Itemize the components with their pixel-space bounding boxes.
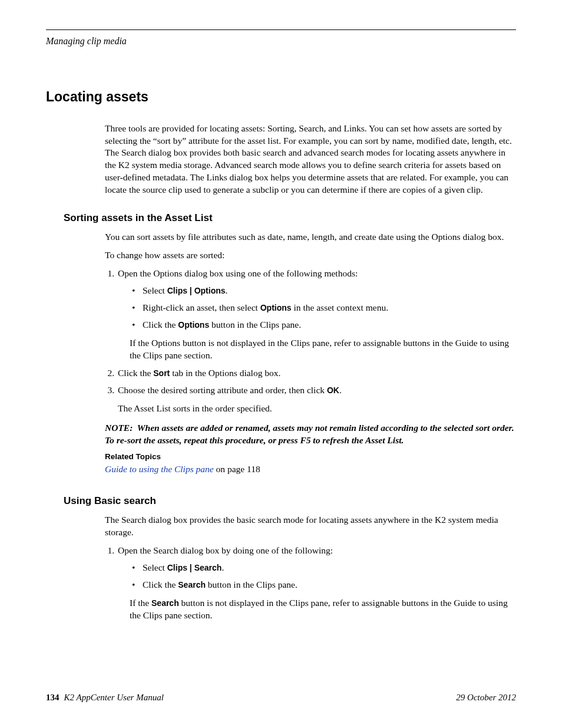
page-footer: 134K2 AppCenter User Manual 29 October 2… [46,691,516,703]
text: Right-click an asset, then select [143,302,260,312]
ui-label: Sort [153,368,170,378]
running-header: Managing clip media [46,35,516,48]
menu-path: Clips | Options [167,286,226,295]
section-intro-block: Three tools are provided for locating as… [105,123,515,197]
basic-search-step-1-b2: Click the Search button in the Clips pan… [132,579,515,591]
sorting-step-2: Click the Sort tab in the Options dialog… [117,367,515,380]
text: Click the [118,368,153,378]
ui-label: OK [327,386,339,395]
text: button is not displayed in the Clips pan… [130,598,508,620]
related-suffix: on page 118 [214,464,260,474]
basic-search-step-1-bullets: Select Clips | Search. Click the Search … [118,562,515,591]
basic-search-steps: Open the Search dialog box by doing one … [105,545,515,622]
related-topics-heading: Related Topics [105,452,515,462]
sorting-step-1-b2: Right-click an asset, then select Option… [132,302,515,314]
related-topics-line: Guide to using the Clips pane on page 11… [105,463,515,476]
text: Click the [143,579,178,589]
text: . [339,385,342,395]
sorting-p1: You can sort assets by file attributes s… [105,231,515,243]
text: button in the Clips pane. [209,319,301,330]
sorting-body: You can sort assets by file attributes s… [105,231,515,476]
section-title: Locating assets [46,88,516,106]
sorting-step-1-b3: Click the Options button in the Clips pa… [132,319,515,331]
footer-date: 29 October 2012 [456,691,516,703]
sorting-step-1-b1: Select Clips | Options. [132,285,515,297]
text: Choose the desired sorting attribute and… [118,385,327,395]
text: Click the [143,319,178,330]
header-rule [46,29,516,30]
sorting-heading: Sorting assets in the Asset List [64,212,516,225]
footer-title: K2 AppCenter User Manual [64,693,164,702]
ui-label: Options [178,320,209,330]
ui-label: Options [260,303,292,312]
ui-label: Search [151,598,179,608]
page-number: 134 [46,693,59,702]
basic-search-step-1: Open the Search dialog box by doing one … [117,545,515,622]
text: tab in the Options dialog box. [170,368,280,378]
page: Managing clip media Locating assets Thre… [0,0,562,728]
basic-search-step-1-followup: If the Search button is not displayed in… [130,597,515,622]
sorting-step-1: Open the Options dialog box using one of… [117,268,515,362]
text: Select [143,285,167,295]
menu-path: Clips | Search [167,563,222,572]
basic-search-step-1-text: Open the Search dialog box by doing one … [118,545,333,555]
sorting-note: NOTE: When assets are added or renamed, … [105,422,515,447]
sorting-step-3-followup: The Asset List sorts in the order specif… [118,403,515,415]
basic-search-body: The Search dialog box provides the basic… [105,514,515,621]
section-intro: Three tools are provided for locating as… [105,123,515,197]
ui-label: Search [178,580,206,589]
text: . [222,562,224,572]
sorting-p2: To change how assets are sorted: [105,249,515,262]
sorting-steps: Open the Options dialog box using one of… [105,268,515,415]
basic-search-step-1-b1: Select Clips | Search. [132,562,515,574]
related-link[interactable]: Guide to using the Clips pane [105,464,214,474]
text: in the asset context menu. [292,302,388,312]
basic-search-heading: Using Basic search [64,495,516,508]
text: button in the Clips pane. [206,579,297,589]
text: Select [143,562,167,572]
sorting-step-1-followup: If the Options button is not displayed i… [130,337,515,362]
sorting-step-3: Choose the desired sorting attribute and… [117,384,515,415]
basic-search-p1: The Search dialog box provides the basic… [105,514,515,539]
sorting-step-1-text: Open the Options dialog box using one of… [118,268,358,278]
footer-left: 134K2 AppCenter User Manual [46,691,164,703]
text: If the [130,598,151,608]
text: . [226,285,228,295]
sorting-step-1-bullets: Select Clips | Options. Right-click an a… [118,285,515,331]
